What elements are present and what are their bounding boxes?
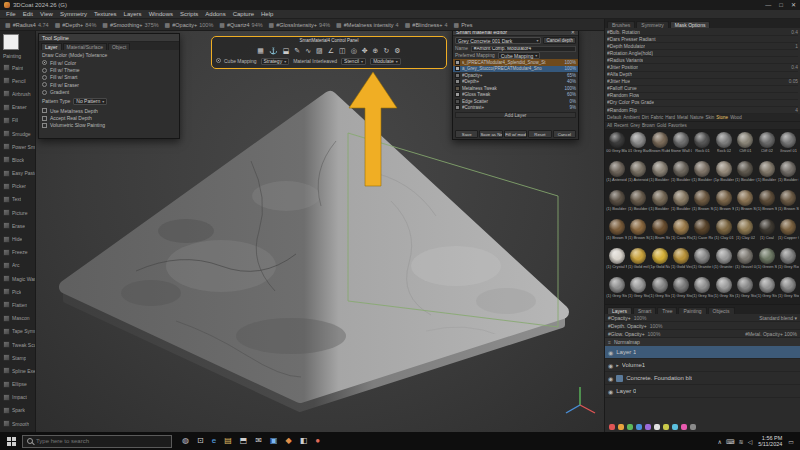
volume-icon[interactable]: ◁ — [748, 438, 753, 445]
material-item[interactable]: Stone Wall 01 — [670, 131, 691, 160]
brush-preview[interactable] — [3, 34, 19, 50]
tool-item[interactable]: Eraser — [0, 101, 35, 114]
material-folder-tab[interactable]: Grey — [630, 123, 640, 128]
toolbar-chip[interactable]: ▩#Opacity+100% — [165, 21, 214, 28]
tool-panel-tab[interactable]: Layer — [41, 43, 62, 50]
material-item[interactable]: (1) Cave Rock — [692, 218, 713, 247]
toolbar-chip[interactable]: ▩#GlossIntensity+94% — [269, 21, 331, 28]
mail-icon[interactable]: ✉ — [255, 437, 262, 445]
tool-item[interactable]: Fill — [0, 114, 35, 127]
fill-mode-option[interactable]: Fill w/ Theme — [42, 66, 176, 73]
tool-item[interactable]: Tape Symmetry — [0, 325, 35, 338]
tool-item[interactable]: Airbrush — [0, 87, 35, 100]
fill-mode-option[interactable]: Gradient — [42, 89, 176, 96]
tool-item[interactable]: Erase — [0, 219, 35, 232]
layer-row[interactable]: ◉▸Volume1 — [605, 359, 800, 372]
smart-editor-button[interactable]: Reset — [528, 130, 551, 138]
cortana-icon[interactable]: ◍ — [182, 437, 189, 445]
material-item[interactable]: (1) Boulder 03 — [692, 160, 713, 189]
material-channel-row[interactable]: #Opacity+65% — [453, 72, 578, 79]
tool-item[interactable]: Easy Paste — [0, 167, 35, 180]
tool-item[interactable]: Stamp — [0, 351, 35, 364]
close-button[interactable]: ✕ — [791, 2, 796, 8]
modulate-dropdown[interactable]: Modulate ▾ — [370, 58, 401, 65]
tool-item[interactable]: Smooth — [0, 417, 35, 430]
material-item[interactable]: (1) Grey Stone 06 — [692, 276, 713, 304]
action-center-icon[interactable]: ▭ — [788, 438, 794, 445]
material-item[interactable]: (1p Boulder 04 — [713, 160, 734, 189]
material-item[interactable]: (1) Asteroid 01 — [606, 160, 627, 189]
tray-chevron-icon[interactable]: ∧ — [718, 438, 722, 445]
material-item[interactable]: (1) Boulder 09 — [627, 189, 648, 218]
layer-opacity-value[interactable]: 100% — [648, 331, 661, 337]
tool-item[interactable]: Picture — [0, 206, 35, 219]
layers-tab[interactable]: Tree — [657, 307, 677, 314]
tool-item[interactable]: Block — [0, 153, 35, 166]
tool-panel-tab[interactable]: Material/Surface — [63, 43, 107, 50]
tool-item[interactable]: Tweak Sculpt — [0, 338, 35, 351]
brush-param-row[interactable]: #Rotation Angle(hold) — [607, 50, 798, 57]
material-item[interactable]: (1p Gold Nugget — [649, 247, 670, 276]
mirror-icon[interactable]: ◫ — [339, 47, 346, 54]
material-item[interactable]: (1) Gravel 02 — [735, 247, 756, 276]
angle-icon[interactable]: ∠ — [328, 47, 334, 54]
material-folder-tab[interactable]: All — [607, 123, 612, 128]
layer-row[interactable]: ◉Layer 1 — [605, 346, 800, 359]
tool-item[interactable]: Impact — [0, 391, 35, 404]
browser-icon[interactable]: ● — [315, 437, 320, 445]
material-item[interactable]: (1) Coal — [756, 218, 777, 247]
footer-app-icon[interactable] — [654, 424, 660, 430]
material-item[interactable]: (1) Brown Stone 3 — [735, 189, 756, 218]
tool-item[interactable]: Spline Executions — [0, 364, 35, 377]
anchor-icon[interactable]: ⚓ — [269, 47, 278, 54]
pen-icon[interactable]: ✎ — [294, 47, 300, 54]
material-item[interactable]: (1) Grey Stone 07 — [713, 276, 734, 304]
visibility-eye-icon[interactable]: ◉ — [608, 349, 613, 356]
rotate-icon[interactable]: ↻ — [383, 47, 389, 54]
strategy-dropdown[interactable]: Strategy ▾ — [261, 58, 290, 65]
material-item[interactable]: (1) Brown Stone 4 — [756, 189, 777, 218]
material-item[interactable]: (1) Boulder 11 — [670, 189, 691, 218]
tool-item[interactable]: Freeze — [0, 246, 35, 259]
material-item[interactable]: 00 Grey Blank — [606, 131, 627, 160]
brush-param-row[interactable]: #Depth Modulator1 — [607, 43, 798, 50]
material-item[interactable]: (1) Brown Stone 7 — [627, 218, 648, 247]
tool-item[interactable]: Pencil — [0, 74, 35, 87]
layer-opacity-value[interactable]: 100% — [634, 315, 647, 321]
visibility-eye-icon[interactable]: ◉ — [608, 362, 613, 369]
fill-mode-option[interactable]: Fill w/ Eraser — [42, 81, 176, 88]
layers-tab[interactable]: Layers — [607, 307, 632, 314]
toolbar-chip[interactable]: ▩#Metalness intensity4 — [336, 21, 399, 28]
fill-mode-option[interactable]: Fill w/ Smart — [42, 74, 176, 81]
material-category-tab[interactable]: Skin — [706, 115, 715, 120]
cancel-depth-button[interactable]: Cancel depth — [543, 37, 576, 44]
tool-checkbox[interactable]: Use Metalness Depth — [42, 107, 176, 114]
brush-param-row[interactable]: #Radius Variants — [607, 57, 798, 64]
target-icon[interactable]: ◎ — [351, 47, 357, 54]
material-item[interactable]: (1) Boulder 10 — [649, 189, 670, 218]
start-button[interactable] — [0, 432, 22, 450]
menu-item[interactable]: Help — [261, 11, 273, 17]
material-item[interactable]: (1) Brown Stone 6 — [606, 218, 627, 247]
material-name-field[interactable]: #Amont Comp. Modulator4 — [471, 46, 576, 52]
store-icon[interactable]: ⬒ — [240, 437, 248, 445]
material-folder-tab[interactable]: Gold — [657, 123, 667, 128]
stone-slab[interactable] — [66, 98, 562, 409]
toolbar-chip[interactable]: ▩Pres — [454, 21, 473, 28]
material-item[interactable]: (1) Grey Stone 08 — [735, 276, 756, 304]
tool-item[interactable]: Arc — [0, 259, 35, 272]
tool-item[interactable]: Text — [0, 193, 35, 206]
layers-tab[interactable]: Objects — [708, 307, 735, 314]
tool-checkbox[interactable]: Volumetric Slow Painting — [42, 122, 176, 129]
visibility-eye-icon[interactable]: ◉ — [608, 388, 613, 395]
brush-param-row[interactable]: #Dars Presser Radiant — [607, 36, 798, 43]
tool-panel-tab[interactable]: Object — [108, 43, 130, 50]
maximize-button[interactable]: □ — [779, 2, 783, 8]
material-item[interactable]: Gravel 01 — [778, 131, 799, 160]
tool-item[interactable]: Paint — [0, 61, 35, 74]
material-category-tab[interactable]: Default — [607, 115, 621, 120]
footer-app-icon[interactable] — [663, 424, 669, 430]
material-item[interactable]: (1) Brum Stone — [649, 218, 670, 247]
material-item[interactable]: (1) Granite 01 — [692, 247, 713, 276]
brush-tab[interactable]: Brushes — [607, 21, 635, 28]
